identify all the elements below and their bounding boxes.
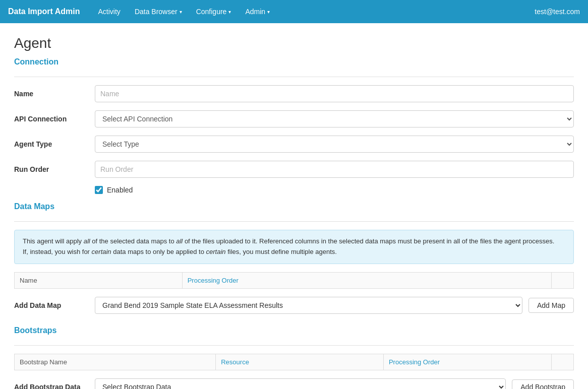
data-maps-col-processing-order: Processing Order (182, 272, 551, 288)
enabled-group: Enabled (95, 186, 574, 194)
add-bootstrap-label: Add Bootstrap Data (14, 383, 95, 389)
add-bootstrap-row: Add Bootstrap Data Select Bootstrap Data… (14, 378, 574, 389)
bootstraps-table: Bootstrap Name Resource Processing Order (14, 354, 574, 370)
api-connection-label: API Connection (14, 115, 95, 123)
data-maps-table: Name Processing Order (14, 272, 574, 289)
configure-dropdown-icon: ▾ (228, 9, 231, 15)
run-order-field-group: Run Order (14, 161, 574, 178)
add-data-map-select[interactable]: Grand Bend 2019 Sample State ELA Assessm… (95, 297, 522, 314)
admin-dropdown-icon: ▾ (267, 9, 270, 15)
run-order-input[interactable] (95, 161, 574, 178)
api-connection-select[interactable]: Select API Connection (95, 110, 574, 127)
data-maps-info-box: This agent will apply all of the selecte… (14, 230, 574, 264)
page-content: Agent Connection Name API Connection Sel… (0, 23, 588, 389)
bootstraps-col-name: Bootstrap Name (15, 354, 216, 370)
data-browser-dropdown-icon: ▾ (180, 9, 182, 15)
data-maps-col-action (551, 272, 573, 288)
nav-data-browser[interactable]: Data Browser ▾ (129, 2, 188, 22)
add-data-map-label: Add Data Map (14, 301, 95, 309)
add-data-map-row: Add Data Map Grand Bend 2019 Sample Stat… (14, 297, 574, 314)
agent-type-label: Agent Type (14, 140, 95, 148)
name-input[interactable] (95, 85, 574, 102)
name-label: Name (14, 90, 95, 98)
data-maps-section-title: Data Maps (14, 202, 574, 213)
bootstraps-col-processing-order: Processing Order (383, 354, 551, 370)
bootstraps-col-resource: Resource (216, 354, 384, 370)
data-maps-col-name: Name (15, 272, 183, 288)
enabled-label: Enabled (107, 186, 133, 194)
agent-type-field-group: Agent Type Select Type (14, 136, 574, 153)
nav-admin[interactable]: Admin ▾ (239, 2, 276, 22)
bootstraps-section-title: Bootstraps (14, 326, 574, 337)
bootstraps-divider (14, 345, 574, 346)
data-maps-divider (14, 221, 574, 222)
nav-activity[interactable]: Activity (92, 2, 127, 22)
navbar-brand: Data Import Admin (8, 7, 80, 16)
nav-links: Activity Data Browser ▾ Configure ▾ Admi… (92, 2, 535, 22)
connection-divider (14, 77, 574, 77)
add-bootstrap-button[interactable]: Add Bootstrap (512, 379, 574, 389)
run-order-label: Run Order (14, 165, 95, 173)
page-title: Agent (14, 35, 574, 51)
add-bootstrap-select[interactable]: Select Bootstrap Data (95, 378, 506, 389)
name-field-group: Name (14, 85, 574, 102)
enabled-checkbox[interactable] (95, 186, 103, 194)
agent-type-select[interactable]: Select Type (95, 136, 574, 153)
api-connection-field-group: API Connection Select API Connection (14, 110, 574, 127)
nav-configure[interactable]: Configure ▾ (190, 2, 238, 22)
navbar: Data Import Admin Activity Data Browser … (0, 0, 588, 23)
connection-section-title: Connection (14, 57, 574, 69)
user-email: test@test.com (535, 8, 580, 16)
add-map-button[interactable]: Add Map (528, 298, 574, 313)
bootstraps-col-action (551, 354, 573, 370)
